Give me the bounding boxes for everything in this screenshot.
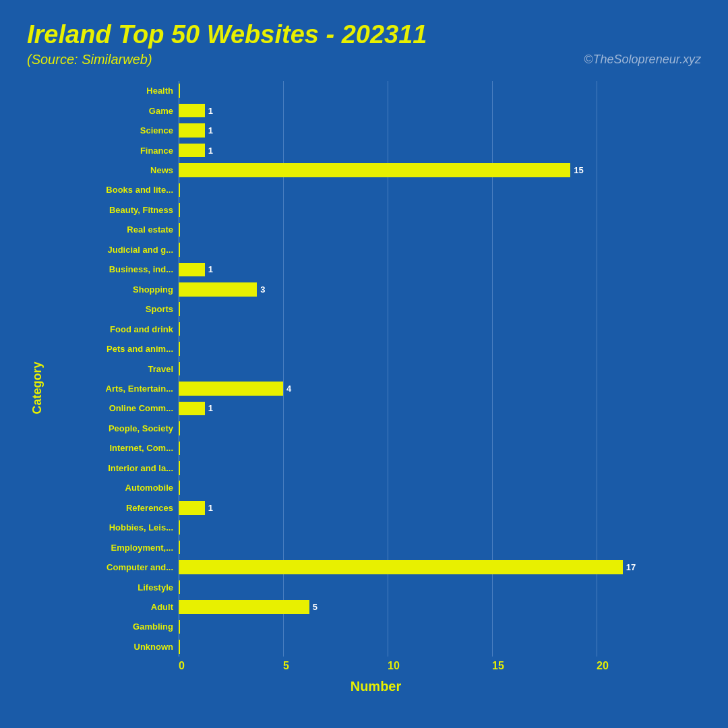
bar-row: Health <box>51 81 701 100</box>
bar-track <box>179 438 701 458</box>
bar-row: Game1 <box>51 100 701 120</box>
bar-row: Interior and la... <box>51 458 701 478</box>
bar <box>179 104 205 118</box>
bar-label: Internet, Com... <box>51 443 179 453</box>
bar <box>179 481 180 495</box>
bar-label: Unknown <box>51 642 179 652</box>
bar-label: Online Comm... <box>51 403 179 413</box>
bar-label: Business, ind... <box>51 264 179 274</box>
bar-value: 4 <box>286 384 291 394</box>
bar-row: Pets and anim... <box>51 339 701 359</box>
bar <box>179 421 180 435</box>
bar <box>179 402 205 416</box>
bar-row: Beauty, Fitness <box>51 200 701 220</box>
bar-row: Gambling <box>51 617 701 636</box>
bar <box>179 520 180 535</box>
bar-track <box>179 617 701 636</box>
bar-track <box>179 319 701 338</box>
bar-row: Arts, Entertain...4 <box>51 379 701 398</box>
bar-row: Hobbies, Leis... <box>51 518 701 537</box>
bar-track: 1 <box>179 140 701 160</box>
bar <box>179 640 180 654</box>
bar <box>179 442 180 456</box>
bar <box>179 203 180 217</box>
bar-label: Food and drink <box>51 324 179 334</box>
bar-label: Adult <box>51 602 179 612</box>
bar-row: Finance1 <box>51 140 701 160</box>
bar <box>179 123 205 138</box>
bar-label: Sports <box>51 304 179 314</box>
bar-value: 3 <box>260 284 265 295</box>
bar-track: 1 <box>179 100 701 120</box>
bar-track <box>179 478 701 497</box>
bar-label: Health <box>51 86 179 96</box>
bar-row: References1 <box>51 498 701 518</box>
bar-track: 1 <box>179 398 701 418</box>
bar-track: 1 <box>179 498 701 518</box>
bar-track <box>179 419 701 438</box>
bar-track <box>179 180 701 200</box>
copyright-label: ©TheSolopreneur.xyz <box>584 53 701 67</box>
bar-row: Travel <box>51 359 701 378</box>
bar <box>179 223 180 237</box>
bar-track: 1 <box>179 260 701 279</box>
bar <box>179 541 180 555</box>
bar-label: News <box>51 165 179 175</box>
bar <box>179 560 623 574</box>
bar-label: References <box>51 503 179 513</box>
bar-track: 15 <box>179 160 701 180</box>
bar-label: Books and lite... <box>51 185 179 195</box>
bar <box>179 362 180 376</box>
x-tick: 15 <box>492 660 597 672</box>
x-tick: 0 <box>179 660 283 672</box>
bar-row: People, Society <box>51 419 701 438</box>
bar <box>179 600 309 614</box>
bar-label: Real estate <box>51 224 179 235</box>
bar-row: Books and lite... <box>51 180 701 200</box>
bar-row: Computer and...17 <box>51 557 701 577</box>
bar-row: Food and drink <box>51 319 701 338</box>
bar-label: People, Society <box>51 423 179 433</box>
bar-track <box>179 299 701 319</box>
bar-track <box>179 81 701 100</box>
y-axis-label: Category <box>30 361 44 414</box>
bar-track: 3 <box>179 280 701 299</box>
bar-track: 1 <box>179 121 701 140</box>
bar-track <box>179 220 701 239</box>
bar <box>179 322 180 336</box>
bar-row: Science1 <box>51 121 701 140</box>
bar-value: 1 <box>208 106 213 116</box>
bar-track <box>179 577 701 597</box>
bar-row: Automobile <box>51 478 701 497</box>
bar <box>179 263 205 277</box>
bar-row: Adult5 <box>51 597 701 617</box>
bar-row: Lifestyle <box>51 577 701 597</box>
bar-value: 17 <box>626 562 636 572</box>
bar-row: News15 <box>51 160 701 180</box>
bar-row: Internet, Com... <box>51 438 701 458</box>
bar-value: 1 <box>208 403 213 413</box>
bar-label: Travel <box>51 364 179 374</box>
bar-label: Lifestyle <box>51 582 179 593</box>
bar <box>179 620 180 634</box>
bar-row: Business, ind...1 <box>51 260 701 279</box>
bar-track <box>179 637 701 657</box>
bar-label: Game <box>51 106 179 116</box>
chart-area: Category HealthGame1Science1Finance1News… <box>27 81 701 694</box>
bar <box>179 144 205 158</box>
chart-inner: HealthGame1Science1Finance1News15Books a… <box>51 81 701 694</box>
bar-label: Automobile <box>51 483 179 493</box>
bar <box>179 163 570 177</box>
main-container: Ireland Top 50 Websites - 202311 (Source… <box>0 0 728 728</box>
bar <box>179 84 180 98</box>
x-axis: 05101520 <box>179 657 701 672</box>
bar-row: Sports <box>51 299 701 319</box>
bar-track <box>179 339 701 359</box>
x-tick: 10 <box>388 660 492 672</box>
bar-label: Computer and... <box>51 562 179 572</box>
bar-track: 17 <box>179 557 701 577</box>
bar-value: 1 <box>208 146 213 156</box>
bar-track <box>179 240 701 260</box>
bar <box>179 183 180 198</box>
bar-label: Judicial and g... <box>51 245 179 255</box>
